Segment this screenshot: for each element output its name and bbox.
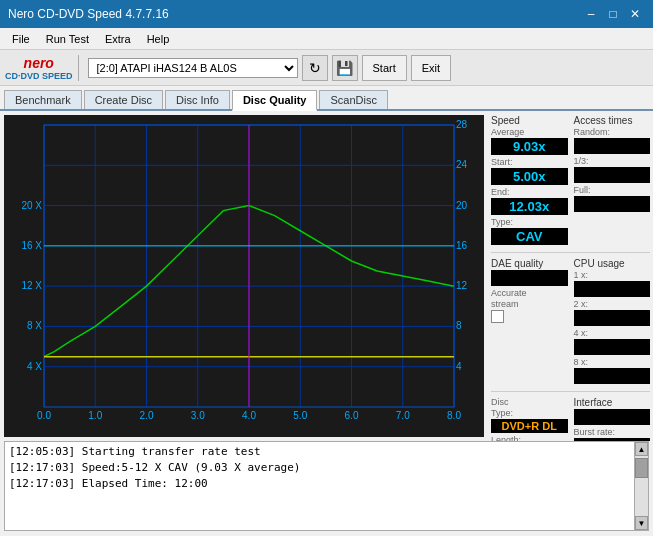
scroll-up-button[interactable]: ▲ — [635, 442, 648, 456]
access-times-label: Access times — [574, 115, 651, 126]
start-label: Start: — [491, 157, 568, 167]
close-button[interactable]: ✕ — [625, 4, 645, 24]
cpu-usage-section: CPU usage 1 x: 2 x: 4 x: 8 x: — [574, 258, 651, 386]
tab-benchmark[interactable]: Benchmark — [4, 90, 82, 109]
accurate-label: Accurate — [491, 288, 568, 298]
interface-label: Interface — [574, 397, 651, 408]
drive-select[interactable]: [2:0] ATAPI iHAS124 B AL0S — [88, 58, 298, 78]
main-content: Speed Average 9.03x Start: 5.00x End: 12… — [0, 111, 653, 441]
onethird-value — [574, 167, 651, 183]
cpu-1x-label: 1 x: — [574, 270, 651, 280]
cpu-8x-value — [574, 368, 651, 384]
cpu-2x-value — [574, 310, 651, 326]
tab-disc-quality[interactable]: Disc Quality — [232, 90, 318, 111]
accurate-stream-row — [491, 310, 568, 323]
cpu-1x-value — [574, 281, 651, 297]
interface-value — [574, 409, 651, 425]
menu-help[interactable]: Help — [139, 31, 178, 47]
burst-label: Burst rate: — [574, 427, 651, 437]
scroll-track — [635, 456, 648, 516]
logo-nero: nero — [24, 55, 54, 71]
cpu-4x-value — [574, 339, 651, 355]
avg-label: Average — [491, 127, 568, 137]
log-scrollbar[interactable]: ▲ ▼ — [634, 442, 648, 530]
save-button[interactable]: 💾 — [332, 55, 358, 81]
log-line-2: [12:17:03] Speed:5-12 X CAV (9.03 X aver… — [9, 460, 630, 476]
accurate-stream-checkbox[interactable] — [491, 310, 504, 323]
start-button[interactable]: Start — [362, 55, 407, 81]
access-times-section: Access times Random: 1/3: Full: — [574, 115, 651, 247]
window-controls: – □ ✕ — [581, 4, 645, 24]
dae-value — [491, 270, 568, 286]
speed-section: Speed Average 9.03x Start: 5.00x End: 12… — [491, 115, 568, 247]
chart-area — [4, 115, 484, 437]
logo-sub: CD·DVD SPEED — [5, 71, 73, 81]
cpu-2x-label: 2 x: — [574, 299, 651, 309]
interface-section: Interface Burst rate: — [574, 397, 651, 441]
tab-create-disc[interactable]: Create Disc — [84, 90, 163, 109]
end-label: End: — [491, 187, 568, 197]
title-bar: Nero CD-DVD Speed 4.7.7.16 – □ ✕ — [0, 0, 653, 28]
onethird-label: 1/3: — [574, 156, 651, 166]
app-title: Nero CD-DVD Speed 4.7.7.16 — [8, 7, 169, 21]
dae-label: DAE quality — [491, 258, 568, 269]
disc-type-value: DVD+R DL — [491, 419, 568, 433]
log-line-3: [12:17:03] Elapsed Time: 12:00 — [9, 476, 630, 492]
right-panel: Speed Average 9.03x Start: 5.00x End: 12… — [488, 111, 653, 441]
start-value: 5.00x — [491, 168, 568, 185]
tab-bar: Benchmark Create Disc Disc Info Disc Qua… — [0, 86, 653, 111]
dae-section: DAE quality Accurate stream — [491, 258, 568, 386]
cpu-label: CPU usage — [574, 258, 651, 269]
tab-disc-info[interactable]: Disc Info — [165, 90, 230, 109]
exit-button[interactable]: Exit — [411, 55, 451, 81]
random-label: Random: — [574, 127, 651, 137]
speed-chart — [4, 115, 484, 437]
toolbar: nero CD·DVD SPEED [2:0] ATAPI iHAS124 B … — [0, 50, 653, 86]
disc-label: Disc — [491, 397, 568, 407]
menu-run-test[interactable]: Run Test — [38, 31, 97, 47]
cpu-4x-label: 4 x: — [574, 328, 651, 338]
maximize-button[interactable]: □ — [603, 4, 623, 24]
log-line-1: [12:05:03] Starting transfer rate test — [9, 444, 630, 460]
type-value: CAV — [491, 228, 568, 245]
log-content: [12:05:03] Starting transfer rate test [… — [5, 442, 634, 530]
random-value — [574, 138, 651, 154]
logo: nero CD·DVD SPEED — [5, 55, 79, 81]
log-area: [12:05:03] Starting transfer rate test [… — [4, 441, 649, 531]
end-value: 12.03x — [491, 198, 568, 215]
speed-label: Speed — [491, 115, 568, 126]
type-label: Type: — [491, 217, 568, 227]
menu-extra[interactable]: Extra — [97, 31, 139, 47]
accurate-label2: stream — [491, 299, 568, 309]
menu-bar: File Run Test Extra Help — [0, 28, 653, 50]
avg-value: 9.03x — [491, 138, 568, 155]
refresh-button[interactable]: ↻ — [302, 55, 328, 81]
cpu-8x-label: 8 x: — [574, 357, 651, 367]
menu-file[interactable]: File — [4, 31, 38, 47]
disc-type-label2: Type: — [491, 408, 568, 418]
minimize-button[interactable]: – — [581, 4, 601, 24]
disc-type-section: Disc Type: DVD+R DL Length: 7.96 GB — [491, 397, 568, 441]
full-label: Full: — [574, 185, 651, 195]
scroll-down-button[interactable]: ▼ — [635, 516, 648, 530]
tab-scan-disc[interactable]: ScanDisc — [319, 90, 387, 109]
scroll-thumb[interactable] — [635, 458, 648, 478]
full-value — [574, 196, 651, 212]
